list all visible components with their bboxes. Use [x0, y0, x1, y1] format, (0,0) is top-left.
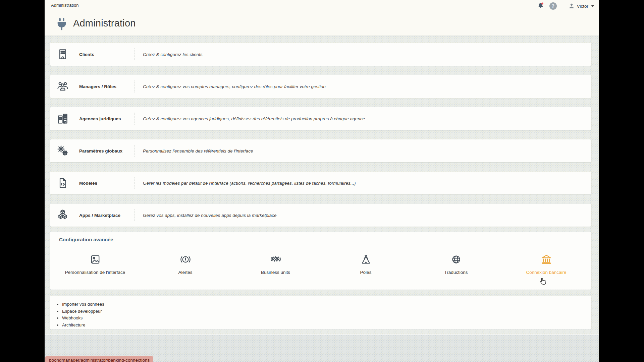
row-label: Apps / Marketplace: [79, 213, 127, 218]
footer-links-list: Importer vos données Espace développeur …: [50, 301, 591, 328]
adv-item-business-units[interactable]: Business units: [230, 249, 321, 287]
row-label: Modèles: [79, 181, 127, 186]
cubes-icon: [56, 208, 69, 222]
card-managers-roles[interactable]: Managers / Rôles Créez & configurez vos …: [50, 75, 591, 98]
adv-item-label: Pôles: [360, 270, 372, 275]
plug-icon: [55, 17, 69, 32]
advanced-heading: Configuration avancée: [59, 237, 113, 242]
person-icon: [568, 3, 575, 9]
adv-item-label: Connexion bancaire: [526, 270, 566, 275]
row-description: Créez & configurez les clients: [143, 52, 203, 57]
row-description: Créez & configurez vos agences juridique…: [143, 116, 365, 121]
gears-icon: [56, 144, 69, 158]
row-description: Gérer les modèles par défaut de l'interf…: [143, 181, 356, 186]
adv-item-label: Traductions: [444, 270, 468, 275]
document-code-icon: [56, 177, 69, 189]
footer-links-card: Importer vos données Espace développeur …: [50, 296, 591, 329]
divider: [134, 177, 135, 189]
adv-item-label: Business units: [261, 270, 290, 275]
row-label: Managers / Rôles: [79, 84, 127, 89]
globe-icon: [450, 253, 462, 266]
page-header: Administration ?: [45, 0, 599, 36]
question-icon: ?: [551, 3, 554, 9]
adv-item-poles[interactable]: Pôles: [321, 249, 411, 287]
business-units-icon: [270, 253, 282, 266]
row-description: Personnalisez l'ensemble des référentiel…: [143, 148, 253, 154]
topbar-actions: ? Victor: [536, 2, 594, 10]
row-description: Gérez vos apps, installez de nouvelles a…: [143, 213, 276, 218]
adv-item-label: Personnalisation de l'interface: [65, 270, 125, 275]
row-label: Paramètres globaux: [79, 148, 127, 154]
alert-icon: [179, 253, 192, 266]
letterbox-left: [0, 0, 45, 362]
footer-link-webhooks[interactable]: Webhooks: [62, 315, 591, 322]
notification-badge: [541, 3, 543, 5]
bell-icon: [537, 2, 545, 10]
status-url-tooltip: boondmanager/administrator/banking-conne…: [45, 356, 153, 362]
bank-icon: [540, 253, 552, 266]
row-description: Créez & configurez vos comptes managers,…: [143, 84, 326, 89]
user-name: Victor: [577, 4, 588, 9]
advanced-items: Personnalisation de l'interface Alertes: [50, 249, 591, 287]
screen: Administration ?: [0, 0, 644, 362]
card-clients[interactable]: Clients Créez & configurez les clients: [50, 43, 591, 66]
user-menu[interactable]: Victor: [568, 3, 594, 9]
chevron-down-icon: [591, 5, 594, 7]
building-icon: [56, 48, 69, 61]
card-agences-juridiques[interactable]: Agences juridiques Créez & configurez vo…: [50, 107, 591, 130]
help-button[interactable]: ?: [549, 2, 557, 10]
row-label: Agences juridiques: [79, 116, 127, 121]
footer-link-architecture[interactable]: Architecture: [62, 322, 591, 329]
adv-item-connexion-bancaire[interactable]: Connexion bancaire: [501, 249, 591, 287]
row-label: Clients: [79, 52, 127, 57]
notifications-button[interactable]: [536, 2, 545, 10]
adv-item-label: Alertes: [178, 270, 192, 275]
card-apps-marketplace[interactable]: Apps / Marketplace Gérez vos apps, insta…: [50, 204, 591, 227]
divider: [134, 209, 135, 221]
image-icon: [89, 253, 101, 266]
buildings-icon: [56, 112, 69, 125]
footer-link-espace-developpeur[interactable]: Espace développeur: [62, 308, 591, 315]
tipi-icon: [360, 253, 372, 266]
adv-item-personnalisation[interactable]: Personnalisation de l'interface: [50, 249, 140, 287]
divider: [134, 80, 135, 93]
admin-page: Administration ?: [45, 0, 599, 362]
team-icon: [56, 80, 69, 93]
card-parametres-globaux[interactable]: Paramètres globaux Personnalisez l'ensem…: [50, 139, 591, 162]
divider: [134, 48, 135, 60]
divider: [134, 145, 135, 157]
breadcrumb[interactable]: Administration: [51, 3, 78, 8]
card-modeles[interactable]: Modèles Gérer les modèles par défaut de …: [50, 172, 591, 194]
letterbox-right: [599, 0, 644, 362]
adv-item-traductions[interactable]: Traductions: [411, 249, 501, 287]
adv-item-alertes[interactable]: Alertes: [140, 249, 230, 287]
divider: [134, 113, 135, 125]
footer-link-importer-vos-donnees[interactable]: Importer vos données: [62, 301, 591, 308]
cursor-hand-icon: [540, 278, 547, 286]
page-title: Administration: [73, 18, 136, 29]
advanced-configuration-card: Configuration avancée Personnalisation d…: [50, 232, 591, 290]
